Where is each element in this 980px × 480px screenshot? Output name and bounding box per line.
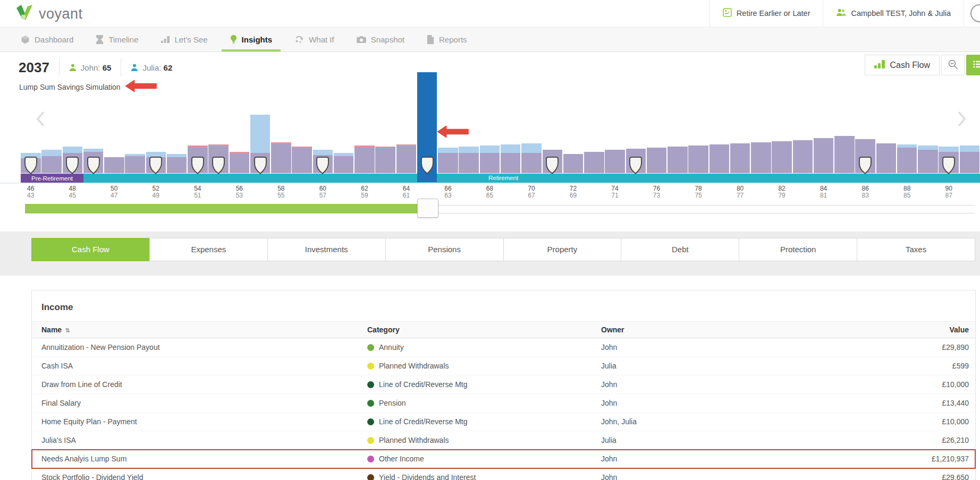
bar-segment-purple [438,153,458,173]
column-header-category[interactable]: Category [367,322,601,338]
nav-item-let-s-see[interactable]: Let's See [150,27,219,52]
tab-debt[interactable]: Debt [621,238,739,261]
bar-segment-purple [834,136,855,173]
nav-item-insights[interactable]: Insights [219,27,284,52]
income-row[interactable]: Home Equity Plan - PaymentLine of Credit… [32,413,975,431]
category-tabs: Cash FlowExpensesInvestmentsPensionsProp… [31,238,975,261]
income-row[interactable]: Final SalaryPensionJohn£13,440 [32,394,975,413]
income-row[interactable]: Draw from Line of CreditLine of Credit/R… [32,375,975,394]
income-value: £13,440 [867,394,975,413]
bar-segment-purple [960,152,980,173]
chart-bar-age-62[interactable] [354,145,375,173]
chart-bar-age-70[interactable] [521,143,542,173]
sort-icon[interactable]: ⇅ [65,327,70,333]
chart-bar-age-84[interactable] [814,138,834,173]
chart-bar-age-78[interactable] [688,145,708,173]
chart-bar-age-67[interactable] [459,147,479,173]
magnifier-minus-icon [948,59,958,72]
header-link-retire-earlier-or-later[interactable]: Retire Earlier or Later [709,0,823,27]
chart-bar-age-69[interactable] [501,144,521,173]
chart-bar-age-56[interactable] [230,152,250,173]
nav-item-what-if[interactable]: What If [283,27,345,52]
tab-expenses[interactable]: Expenses [149,238,268,261]
income-row[interactable]: Stock Portfolio - Dividend YieldYield - … [32,468,975,480]
column-header-owner[interactable]: Owner [601,322,867,338]
income-owner: Julia [601,357,867,375]
age-tick-82: 8279 [778,185,785,199]
chart-bar-age-83[interactable] [793,140,813,173]
chart-bar-age-59[interactable] [292,147,312,173]
chart-bar-age-61[interactable] [334,153,354,173]
cash-flow-view-button[interactable]: Cash Flow [865,55,940,75]
income-row[interactable]: Cash ISAPlanned WithdrawalsJulia£599 [32,357,975,375]
chart-bar-age-74[interactable] [605,150,625,173]
detail-list-button[interactable] [966,55,980,75]
bar-segment-blue [960,145,980,152]
chart-bar-age-82[interactable] [772,141,792,173]
nav-item-snapshot[interactable]: Snapshot [345,27,416,52]
avatar[interactable] [970,4,980,22]
tab-property[interactable]: Property [503,238,622,261]
chart-bar-age-68[interactable] [480,145,500,173]
chart-bar-age-91[interactable] [960,145,980,173]
column-header-value[interactable]: Value [867,322,975,338]
tab-investments[interactable]: Investments [267,238,386,261]
income-row[interactable]: Annuitization - New Pension PayoutAnnuit… [32,338,975,357]
previous-years-button[interactable] [36,111,45,129]
chart-bar-age-77[interactable] [668,147,688,173]
tab-taxes[interactable]: Taxes [857,238,975,261]
chart-bar-age-64[interactable] [396,144,417,173]
income-name: Home Equity Plan - Payment [32,413,367,431]
event-shield-icon-age-48 [66,157,79,176]
user-menu[interactable] [964,0,980,27]
income-owner: John [601,394,867,413]
income-category: Line of Credit/Reverse Mtg [367,375,601,394]
bar-segment-purple [605,150,625,173]
income-row-highlighted[interactable]: Needs Analyis Lump SumOther IncomeJohn£1… [32,450,975,468]
year-slider-fill [25,204,417,213]
bar-segment-blue [459,147,479,153]
chart-bar-age-89[interactable] [918,145,938,173]
bar-segment-purple [772,141,792,173]
chart-bar-age-73[interactable] [584,152,604,173]
cash-flow-bars-icon [874,59,885,71]
chart-bar-age-50[interactable] [104,157,124,173]
tab-protection[interactable]: Protection [739,238,857,261]
next-years-button[interactable] [958,111,966,129]
column-header-name[interactable]: Name⇅ [32,322,367,338]
cash-flow-chart-section: 2037 John: 65Julia: 62 Lump Sum Savings … [0,52,980,232]
chart-actions: Cash Flow [865,55,980,75]
tab-pensions[interactable]: Pensions [385,238,504,261]
chart-bar-age-87[interactable] [876,143,897,173]
bar-segment-purple [41,156,62,173]
tab-cash-flow[interactable]: Cash Flow [31,238,150,261]
income-value: £26,210 [867,431,975,450]
bar-segment-purple [730,143,750,173]
chart-bar-age-53[interactable] [167,154,187,173]
chart-bar-age-76[interactable] [647,148,667,173]
bar-segment-purple [125,156,145,173]
bar-segment-purple [897,148,917,173]
bar-segment-purple [104,157,124,173]
chart-bar-age-58[interactable] [271,142,291,173]
chart-bar-age-63[interactable] [375,147,395,173]
nav-item-reports[interactable]: Reports [416,27,478,52]
chart-bar-age-51[interactable] [125,154,145,173]
header-link-campbell-test-john-julia[interactable]: Campbell TEST, John & Julia [823,0,964,27]
bar-segment-blue [41,150,62,156]
chart-bar-age-47[interactable] [41,150,62,173]
chart-bar-age-80[interactable] [730,143,750,173]
chart-bar-age-72[interactable] [563,154,584,173]
chart-bar-age-85[interactable] [834,136,855,173]
nav-item-dashboard[interactable]: Dashboard [10,27,85,52]
income-row[interactable]: Julia's ISAPlanned WithdrawalsJulia£26,2… [32,431,975,450]
chart-bar-age-81[interactable] [751,142,771,173]
category-color-dot [367,363,374,370]
voyant-logo[interactable]: voyant [15,4,83,23]
chart-bar-age-66[interactable] [438,148,458,173]
zoom-out-button[interactable] [941,55,965,75]
chart-bar-age-79[interactable] [709,144,730,173]
chart-bar-age-88[interactable] [897,144,917,173]
year-slider-handle[interactable] [417,199,438,218]
nav-item-timeline[interactable]: Timeline [85,27,149,52]
